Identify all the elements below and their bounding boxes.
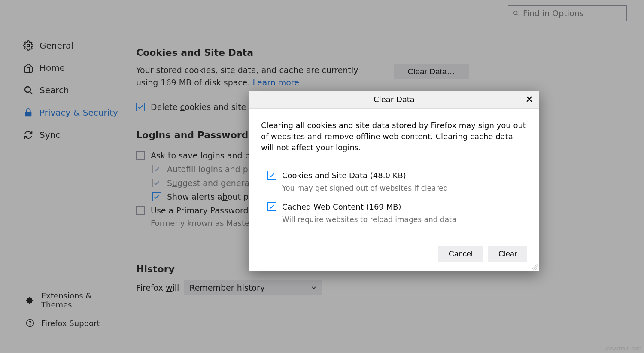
clear-button[interactable]: Clear [488, 246, 527, 262]
dialog-description: Clearing all cookies and site data store… [261, 120, 527, 153]
settings-page: General Home Search Privacy & Security S… [0, 0, 644, 353]
dialog-body: Clearing all cookies and site data store… [249, 109, 539, 240]
clear-cache-option[interactable]: Cached Web Content (169 MB) Will require… [267, 201, 521, 225]
dialog-title-bar: Clear Data ✕ [249, 91, 539, 109]
clear-cookies-option[interactable]: Cookies and Site Data (48.0 KB) You may … [267, 170, 521, 194]
dialog-options-box: Cookies and Site Data (48.0 KB) You may … [261, 162, 527, 233]
resize-grip-icon[interactable] [532, 264, 538, 270]
cancel-button[interactable]: Cancel [438, 246, 483, 262]
clear-data-dialog: Clear Data ✕ Clearing all cookies and si… [249, 91, 539, 271]
checkbox-icon [267, 171, 276, 180]
watermark: www.frfam.com [605, 346, 641, 351]
option-sublabel: You may get signed out of websites if cl… [282, 183, 448, 194]
dialog-title: Clear Data [374, 95, 415, 104]
option-sublabel: Will require websites to reload images a… [282, 214, 456, 225]
dialog-button-row: Cancel Clear [249, 240, 539, 271]
close-icon[interactable]: ✕ [526, 94, 533, 105]
option-label: Cached Web Content (169 MB) [282, 201, 456, 213]
checkbox-icon [267, 202, 276, 211]
option-label: Cookies and Site Data (48.0 KB) [282, 170, 448, 181]
